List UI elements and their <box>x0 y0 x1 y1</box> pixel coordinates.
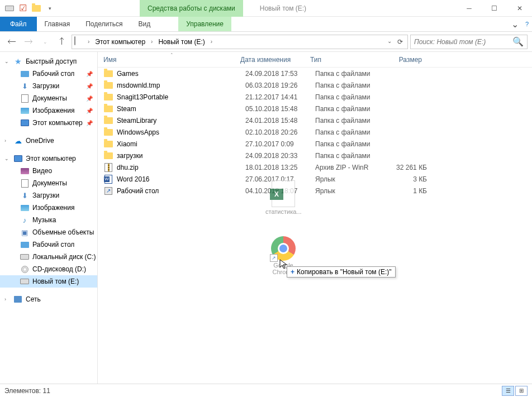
sidebar-item[interactable]: Рабочий стол📌 <box>0 68 97 80</box>
sidebar-item-label: Загрузки <box>32 82 59 90</box>
file-row[interactable]: Games24.09.2018 17:53Папка с файлами <box>98 68 532 79</box>
search-box[interactable]: 🔍 <box>410 35 528 49</box>
sidebar-item-label: Локальный диск (C:) <box>32 253 96 261</box>
col-header-name[interactable]: Имя <box>98 56 240 64</box>
file-row[interactable]: Xiaomi27.10.2017 0:09Папка с файлами <box>98 138 532 150</box>
expand-icon[interactable]: › <box>4 296 10 302</box>
ribbon-tab-view[interactable]: Вид <box>130 17 158 31</box>
back-button[interactable]: 🡐 <box>4 35 19 49</box>
ribbon-tab-share[interactable]: Поделиться <box>78 17 130 31</box>
file-row[interactable]: Snagit13Portable21.12.2017 14:41Папка с … <box>98 91 532 103</box>
shortcut-arrow-icon: ↗ <box>270 254 278 262</box>
col-header-date[interactable]: Дата изменения <box>240 56 310 64</box>
sidebar-item[interactable]: Изображения📌 <box>0 104 97 117</box>
context-tab-header: Средства работы с дисками <box>140 0 243 17</box>
forward-button[interactable]: 🡒 <box>21 35 36 49</box>
qat-properties-icon[interactable]: ☑ <box>17 2 29 15</box>
chevron-right-icon[interactable]: › <box>150 39 154 45</box>
view-details-button[interactable]: ☰ <box>502 386 514 396</box>
close-button[interactable]: ✕ <box>507 0 532 17</box>
maximize-button[interactable]: ☐ <box>482 0 507 17</box>
ribbon-tab-manage[interactable]: Управление <box>178 17 231 31</box>
expand-icon[interactable]: › <box>4 138 10 144</box>
sidebar-quick-access[interactable]: ⌄ ★ Быстрый доступ <box>0 55 97 68</box>
file-tab[interactable]: Файл <box>0 17 37 31</box>
help-button[interactable]: ? <box>525 17 532 31</box>
file-row[interactable]: загрузки24.09.2018 20:33Папка с файлами <box>98 150 532 161</box>
file-type: Архив ZIP - WinR <box>315 164 382 171</box>
file-date: 02.10.2018 20:26 <box>245 128 315 136</box>
file-icon <box>103 80 113 90</box>
recent-dropdown[interactable]: ⌄ <box>38 35 53 49</box>
view-icons-button[interactable]: ⊞ <box>515 386 528 396</box>
pin-icon: 📌 <box>86 120 93 126</box>
qat-dropdown-icon[interactable]: ▾ <box>44 2 56 15</box>
qat-newfolder-icon[interactable] <box>30 2 42 15</box>
search-icon[interactable]: 🔍 <box>512 36 524 47</box>
ribbon-expand-button[interactable]: ⌄ <box>505 17 525 31</box>
sidebar-item[interactable]: Этот компьютер📌 <box>0 117 97 129</box>
sidebar-item[interactable]: Документы📌 <box>0 92 97 104</box>
sidebar-item[interactable]: Новый том (E:) <box>0 275 97 288</box>
sidebar-item[interactable]: Видео <box>0 165 97 177</box>
sidebar-item[interactable]: Локальный диск (C:) <box>0 251 97 263</box>
file-name: Рабочий стол <box>117 187 245 195</box>
file-row[interactable]: Рабочий стол04.10.2018 18:07Ярлык1 КБ <box>98 185 532 197</box>
file-name: SteamLibrary <box>117 117 245 125</box>
pin-icon: 📌 <box>86 95 93 102</box>
up-button[interactable]: 🡑 <box>55 35 69 49</box>
file-name: dhu.zip <box>117 164 245 171</box>
sidebar-item[interactable]: Изображения <box>0 202 97 214</box>
file-type: Папка с файлами <box>315 152 382 160</box>
app-icon <box>3 2 16 15</box>
breadcrumb-seg-pc[interactable]: Этот компьютер <box>93 38 148 46</box>
chevron-right-icon[interactable]: › <box>210 39 213 45</box>
sidebar-this-pc[interactable]: ⌄ Этот компьютер <box>0 152 97 165</box>
ribbon-tab-home[interactable]: Главная <box>37 17 78 31</box>
file-date: 05.10.2018 15:48 <box>245 105 315 113</box>
col-header-size[interactable]: Размер <box>377 56 422 64</box>
file-row[interactable]: msdownld.tmp06.03.2018 19:26Папка с файл… <box>98 79 532 91</box>
file-name: Steam <box>117 105 245 113</box>
file-row[interactable]: dhu.zip18.01.2018 13:25Архив ZIP - WinR3… <box>98 161 532 173</box>
sidebar-item[interactable]: Рабочий стол <box>0 238 97 251</box>
file-icon <box>103 69 113 79</box>
file-row[interactable]: Word 201627.06.2017 0:17Ярлык3 КБ <box>98 173 532 185</box>
drive-icon <box>74 37 84 47</box>
file-row[interactable]: SteamLibrary24.01.2018 15:48Папка с файл… <box>98 114 532 126</box>
file-icon <box>103 139 113 149</box>
sidebar-network[interactable]: › Сеть <box>0 293 97 305</box>
address-dropdown-icon[interactable]: ⌄ <box>385 38 394 46</box>
column-headers: Имя Дата изменения Тип Размер <box>98 52 532 68</box>
sidebar-onedrive[interactable]: › ☁ OneDrive <box>0 135 97 147</box>
sidebar-item[interactable]: CD-дисковод (D:) <box>0 263 97 275</box>
file-icon <box>103 162 113 173</box>
file-date: 24.09.2018 20:33 <box>245 152 315 160</box>
file-row[interactable]: WindowsApps02.10.2018 20:26Папка с файла… <box>98 126 532 138</box>
tree-icon <box>20 252 29 261</box>
sidebar-item[interactable]: ♪Музыка <box>0 214 97 226</box>
sidebar-item[interactable]: ▣Объемные объекты <box>0 226 97 238</box>
expand-icon[interactable]: ⌄ <box>4 59 10 64</box>
sidebar-item-label: Изображения <box>32 204 74 212</box>
sidebar-item[interactable]: ⬇Загрузки <box>0 189 97 202</box>
file-size: 32 261 КБ <box>382 164 427 171</box>
col-header-type[interactable]: Тип <box>310 56 377 64</box>
sidebar-item[interactable]: ⬇Загрузки📌 <box>0 80 97 92</box>
file-icon <box>103 151 113 161</box>
address-bar[interactable]: › Этот компьютер › Новый том (E:) › ⌄ ⟳ <box>72 35 408 49</box>
minimize-button[interactable]: ─ <box>457 0 482 17</box>
refresh-button[interactable]: ⟳ <box>395 38 405 46</box>
chevron-right-icon[interactable]: › <box>87 39 91 45</box>
breadcrumb-seg-drive[interactable]: Новый том (E:) <box>156 38 207 46</box>
tree-icon: ♪ <box>20 216 29 224</box>
search-input[interactable] <box>414 38 512 46</box>
file-name: Games <box>117 70 245 78</box>
file-date: 24.01.2018 15:48 <box>245 117 315 125</box>
file-row[interactable]: Steam05.10.2018 15:48Папка с файлами <box>98 103 532 114</box>
expand-icon[interactable]: ⌄ <box>4 156 10 161</box>
file-size: 1 КБ <box>382 187 427 195</box>
sidebar-item[interactable]: Документы <box>0 177 97 189</box>
sidebar-label: Быстрый доступ <box>26 58 77 65</box>
tree-icon <box>20 203 29 212</box>
